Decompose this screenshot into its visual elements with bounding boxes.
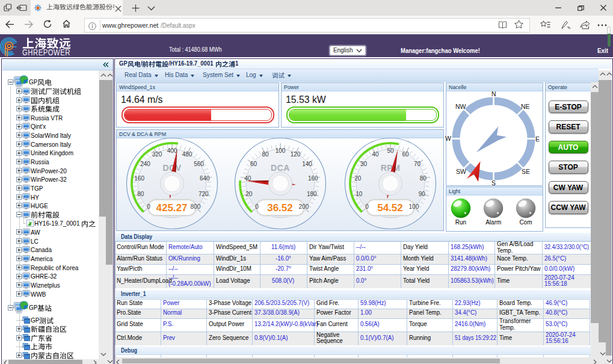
svg-text:400: 400 — [167, 147, 177, 154]
svg-text:160: 160 — [307, 175, 318, 182]
svg-text:200: 200 — [298, 203, 309, 210]
svg-text:70: 70 — [413, 161, 420, 167]
svg-text:0: 0 — [255, 203, 259, 210]
svg-text:DCA: DCA — [271, 163, 290, 173]
svg-text:80: 80 — [137, 191, 144, 197]
svg-text:50: 50 — [387, 147, 394, 154]
svg-text:40: 40 — [244, 175, 251, 182]
svg-text:RPM: RPM — [380, 163, 400, 173]
svg-text:20: 20 — [245, 191, 253, 197]
svg-text:720: 720 — [198, 191, 208, 197]
svg-text:90: 90 — [418, 191, 425, 197]
svg-text:80: 80 — [262, 151, 269, 158]
svg-text:160: 160 — [134, 175, 144, 182]
svg-text:40: 40 — [372, 151, 379, 158]
svg-text:100: 100 — [275, 147, 285, 154]
svg-text:0: 0 — [147, 203, 150, 210]
svg-text:480: 480 — [182, 151, 192, 158]
svg-text:120: 120 — [290, 151, 300, 158]
svg-text:800: 800 — [190, 203, 200, 210]
svg-text:10: 10 — [356, 191, 363, 197]
svg-text:100: 100 — [408, 203, 419, 210]
svg-text:60: 60 — [402, 151, 409, 158]
svg-text:560: 560 — [194, 161, 204, 167]
svg-text:60: 60 — [250, 161, 257, 167]
svg-text:80: 80 — [419, 175, 427, 182]
svg-text:140: 140 — [302, 161, 312, 167]
svg-text:0: 0 — [365, 203, 369, 210]
svg-text:640: 640 — [199, 175, 209, 182]
svg-text:180: 180 — [306, 191, 316, 197]
svg-text:240: 240 — [140, 161, 150, 167]
svg-text:30: 30 — [360, 161, 367, 167]
svg-text:20: 20 — [354, 175, 362, 182]
svg-text:320: 320 — [152, 151, 162, 158]
